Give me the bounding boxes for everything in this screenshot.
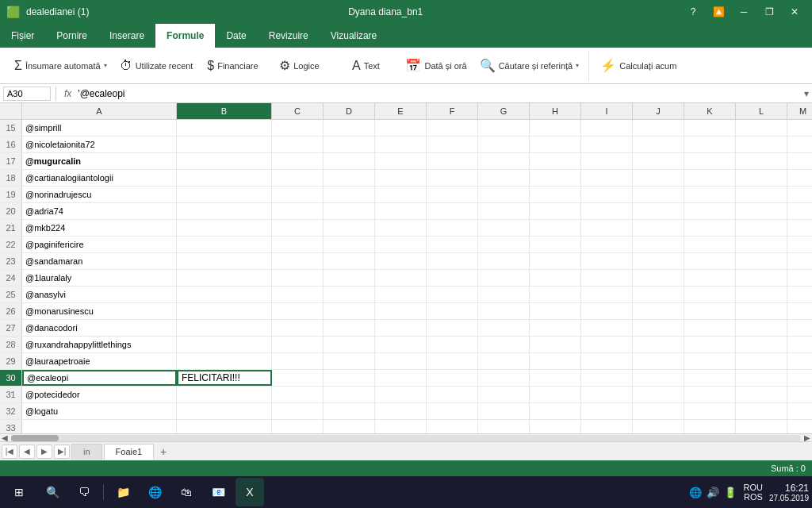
- cell-c32[interactable]: [272, 403, 324, 419]
- cell-k18[interactable]: [684, 170, 736, 186]
- cell-b18[interactable]: [177, 170, 272, 186]
- cell-a15[interactable]: @simprill: [22, 120, 177, 136]
- scroll-left-btn[interactable]: ◀: [2, 433, 8, 442]
- cell-a23[interactable]: @sandamaran: [22, 253, 177, 269]
- battery-icon[interactable]: 🔋: [724, 487, 737, 498]
- cell-k29[interactable]: [684, 353, 736, 369]
- cell-d20[interactable]: [324, 203, 375, 219]
- language-indicator[interactable]: ROUROS: [743, 483, 762, 502]
- cell-k31[interactable]: [684, 387, 736, 402]
- cell-g25[interactable]: [478, 287, 530, 302]
- cell-g31[interactable]: [478, 387, 530, 402]
- network-icon[interactable]: 🌐: [689, 487, 702, 498]
- cell-m29[interactable]: [787, 353, 812, 369]
- cell-i33[interactable]: [581, 420, 633, 433]
- minimize-button[interactable]: ─: [733, 3, 755, 21]
- cell-e23[interactable]: [375, 253, 427, 269]
- cell-a24[interactable]: @1lauralaly: [22, 270, 177, 286]
- cell-k20[interactable]: [684, 203, 736, 219]
- cell-j25[interactable]: [633, 287, 684, 302]
- cell-c18[interactable]: [272, 170, 324, 186]
- tab-last-btn[interactable]: ▶|: [54, 444, 70, 459]
- cell-m15[interactable]: [787, 120, 812, 136]
- cell-d18[interactable]: [324, 170, 375, 186]
- cell-l30[interactable]: [736, 370, 787, 386]
- formula-expand-button[interactable]: ▾: [804, 88, 809, 99]
- cell-g30[interactable]: [478, 370, 530, 386]
- cell-g22[interactable]: [478, 237, 530, 252]
- cell-k33[interactable]: [684, 420, 736, 433]
- cell-b26[interactable]: [177, 303, 272, 319]
- cell-k30[interactable]: [684, 370, 736, 386]
- cell-h19[interactable]: [530, 187, 581, 202]
- cell-k17[interactable]: [684, 153, 736, 169]
- cell-b27[interactable]: [177, 320, 272, 336]
- cell-e33[interactable]: [375, 420, 427, 433]
- cell-c19[interactable]: [272, 187, 324, 202]
- cell-a21[interactable]: @mkb224: [22, 220, 177, 236]
- col-header-c[interactable]: C: [272, 103, 324, 119]
- cell-c33[interactable]: [272, 420, 324, 433]
- volume-icon[interactable]: 🔊: [707, 487, 719, 498]
- cell-c25[interactable]: [272, 287, 324, 302]
- cell-h25[interactable]: [530, 287, 581, 302]
- cell-d24[interactable]: [324, 270, 375, 286]
- cell-e21[interactable]: [375, 220, 427, 236]
- cell-h30[interactable]: [530, 370, 581, 386]
- scrollbar-thumb[interactable]: [11, 435, 59, 441]
- cell-b17[interactable]: [177, 153, 272, 169]
- cell-m27[interactable]: [787, 320, 812, 336]
- cell-l32[interactable]: [736, 403, 787, 419]
- cell-b32[interactable]: [177, 403, 272, 419]
- cell-f26[interactable]: [427, 303, 478, 319]
- cell-a28[interactable]: @ruxandrahappylittlethings: [22, 337, 177, 352]
- cell-g15[interactable]: [478, 120, 530, 136]
- cell-d19[interactable]: [324, 187, 375, 202]
- cell-h15[interactable]: [530, 120, 581, 136]
- tab-inserare[interactable]: Inserare: [98, 24, 155, 48]
- cell-l33[interactable]: [736, 420, 787, 433]
- cell-a27[interactable]: @danacodori: [22, 320, 177, 336]
- cell-a16[interactable]: @nicoletaionita72: [22, 137, 177, 152]
- cell-m28[interactable]: [787, 337, 812, 352]
- start-button[interactable]: ⊞: [3, 476, 35, 508]
- store-button[interactable]: 🛍: [172, 478, 201, 506]
- cell-e29[interactable]: [375, 353, 427, 369]
- cell-j24[interactable]: [633, 270, 684, 286]
- cell-f33[interactable]: [427, 420, 478, 433]
- cell-a33[interactable]: [22, 420, 177, 433]
- cell-c20[interactable]: [272, 203, 324, 219]
- cell-i16[interactable]: [581, 137, 633, 152]
- cell-j17[interactable]: [633, 153, 684, 169]
- col-header-k[interactable]: K: [684, 103, 736, 119]
- cell-h21[interactable]: [530, 220, 581, 236]
- cell-j32[interactable]: [633, 403, 684, 419]
- cell-d16[interactable]: [324, 137, 375, 152]
- cell-k19[interactable]: [684, 187, 736, 202]
- col-header-j[interactable]: J: [633, 103, 684, 119]
- cell-g27[interactable]: [478, 320, 530, 336]
- cell-a17[interactable]: @mugurcalin: [22, 153, 177, 169]
- cell-b16[interactable]: [177, 137, 272, 152]
- cell-a26[interactable]: @monarusinescu: [22, 303, 177, 319]
- cell-b33[interactable]: [177, 420, 272, 433]
- cell-l19[interactable]: [736, 187, 787, 202]
- cell-k25[interactable]: [684, 287, 736, 302]
- cell-m19[interactable]: [787, 187, 812, 202]
- cell-c22[interactable]: [272, 237, 324, 252]
- cell-l18[interactable]: [736, 170, 787, 186]
- restore-button[interactable]: ❐: [758, 3, 780, 21]
- cell-l27[interactable]: [736, 320, 787, 336]
- help-icon[interactable]: ?: [682, 3, 704, 21]
- cell-c27[interactable]: [272, 320, 324, 336]
- cell-m33[interactable]: [787, 420, 812, 433]
- cell-i27[interactable]: [581, 320, 633, 336]
- cell-i22[interactable]: [581, 237, 633, 252]
- financial-button[interactable]: $ Financiare: [201, 52, 264, 79]
- cell-f22[interactable]: [427, 237, 478, 252]
- cell-l16[interactable]: [736, 137, 787, 152]
- cell-h31[interactable]: [530, 387, 581, 402]
- cell-f24[interactable]: [427, 270, 478, 286]
- cell-h23[interactable]: [530, 253, 581, 269]
- cell-c28[interactable]: [272, 337, 324, 352]
